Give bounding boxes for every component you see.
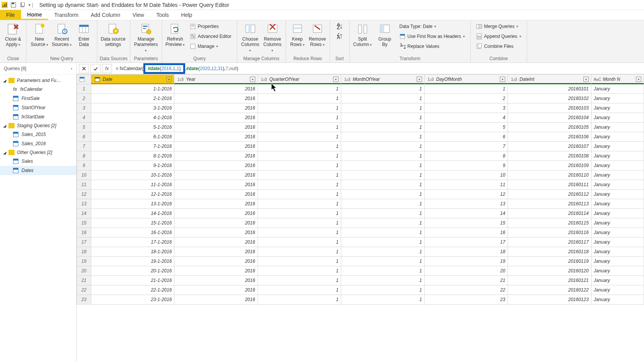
table-row[interactable]: 33-1-2016201611320160103January [77, 103, 644, 113]
cell[interactable]: 1 [341, 257, 425, 266]
table-row[interactable]: 11-1-2016201611120160101January [77, 84, 644, 94]
cell[interactable]: 4 [424, 113, 508, 123]
row-header[interactable]: 19 [77, 257, 91, 266]
query-group-staging[interactable]: ◢Staging Queries [2] [0, 121, 76, 130]
cell[interactable]: 2016 [174, 103, 258, 113]
cell[interactable]: 20160101 [508, 84, 591, 94]
cell[interactable]: 1 [258, 266, 341, 276]
table-row[interactable]: 1515-1-20162016111520160115January [77, 218, 644, 228]
row-header[interactable]: 9 [77, 161, 91, 170]
cell[interactable]: 1 [341, 209, 425, 218]
table-row[interactable]: 1414-1-20162016111420160114January [77, 209, 644, 218]
cell[interactable]: 5-1-2016 [91, 123, 174, 132]
table-row[interactable]: 1313-1-20162016111320160113January [77, 199, 644, 209]
row-header[interactable]: 2 [77, 94, 91, 103]
table-row[interactable]: 1212-1-20162016111220160112January [77, 190, 644, 199]
table-row[interactable]: 2222-1-20162016112220160122January [77, 285, 644, 295]
cell[interactable]: 1 [341, 218, 425, 228]
cell[interactable]: 23 [424, 295, 508, 305]
cell[interactable]: 12-1-2016 [91, 190, 174, 199]
cell[interactable]: 3 [424, 103, 508, 113]
cell[interactable]: January [591, 295, 644, 305]
filter-icon[interactable]: ▾ [417, 77, 422, 82]
filter-icon[interactable]: ▾ [583, 77, 589, 82]
cell[interactable]: 2016 [174, 199, 258, 209]
row-header[interactable]: 6 [77, 132, 91, 142]
cell[interactable]: 14 [424, 209, 508, 218]
formula-commit-button[interactable] [90, 64, 100, 73]
tab-tools[interactable]: Tools [150, 10, 175, 20]
properties-button[interactable]: Properties [188, 22, 233, 31]
column-header-dateint[interactable]: 123DateInt▾ [508, 75, 591, 84]
cell[interactable]: 1 [258, 180, 341, 190]
cell[interactable]: 1 [341, 295, 425, 305]
cell[interactable]: January [591, 161, 644, 170]
manage-parameters-button[interactable]: Manage Parameters ▾ [133, 22, 159, 54]
cell[interactable]: 1 [341, 170, 425, 180]
cell[interactable]: 20160106 [508, 132, 591, 142]
query-group-other[interactable]: ◢Other Queries [2] [0, 148, 76, 157]
cell[interactable]: 2016 [174, 132, 258, 142]
close-apply-button[interactable]: Close & Apply ▾ [2, 22, 24, 48]
choose-columns-button[interactable]: Choose Columns ▾ [240, 22, 261, 54]
cell[interactable]: 2016 [174, 285, 258, 295]
cell[interactable]: 1 [258, 123, 341, 132]
table-row[interactable]: 1111-1-20162016111120160111January [77, 180, 644, 190]
data-grid[interactable]: Date▾123Year▾123QuarterOfYear▾123MonthOf… [77, 74, 644, 362]
cell[interactable]: 2016 [174, 247, 258, 257]
cell[interactable]: January [591, 170, 644, 180]
row-header[interactable]: 14 [77, 209, 91, 218]
cell[interactable]: 20160107 [508, 142, 591, 151]
cell[interactable]: January [591, 123, 644, 132]
cell[interactable]: 15 [424, 218, 508, 228]
cell[interactable]: 14-1-2016 [91, 209, 174, 218]
filter-icon[interactable]: ▾ [500, 77, 505, 82]
cell[interactable]: 1 [258, 132, 341, 142]
table-row[interactable]: 22-1-2016201611220160102January [77, 94, 644, 103]
cell[interactable]: January [591, 132, 644, 142]
save-icon[interactable] [10, 2, 17, 8]
cell[interactable]: 2016 [174, 84, 258, 94]
cell[interactable]: 20160119 [508, 257, 591, 266]
column-header-dayofmonth[interactable]: 123DayOfMonth▾ [424, 75, 508, 84]
queries-collapse-icon[interactable]: ‹ [71, 66, 72, 71]
cell[interactable]: January [591, 257, 644, 266]
data-type-button[interactable]: Data Type: Date ▾ [398, 22, 467, 31]
cell[interactable]: 17-1-2016 [91, 238, 174, 247]
cell[interactable]: 1 [258, 238, 341, 247]
table-row[interactable]: 55-1-2016201611520160105January [77, 123, 644, 132]
query-group-params[interactable]: ◢Parameters and Fu… [0, 76, 76, 85]
cell[interactable]: January [591, 142, 644, 151]
row-header[interactable]: 21 [77, 276, 91, 285]
cell[interactable]: 20 [424, 266, 508, 276]
cell[interactable]: 6-1-2016 [91, 132, 174, 142]
cell[interactable]: 2016 [174, 238, 258, 247]
cell[interactable]: 1 [258, 218, 341, 228]
recent-sources-button[interactable]: Recent Sources ▾ [51, 22, 72, 48]
cell[interactable]: 11 [424, 180, 508, 190]
cell[interactable]: 20160113 [508, 199, 591, 209]
cell[interactable]: 1 [424, 84, 508, 94]
cell[interactable]: 1 [258, 161, 341, 170]
row-header[interactable]: 11 [77, 180, 91, 190]
cell[interactable]: 1 [258, 103, 341, 113]
merge-queries-button[interactable]: Merge Queries ▾ [475, 22, 523, 31]
cell[interactable]: 20160105 [508, 123, 591, 132]
cell[interactable]: January [591, 113, 644, 123]
cell[interactable]: 20160117 [508, 238, 591, 247]
cell[interactable]: 1 [258, 84, 341, 94]
remove-columns-button[interactable]: Remove Columns ▾ [262, 22, 283, 54]
cell[interactable]: 17 [424, 238, 508, 247]
cell[interactable]: 2016 [174, 94, 258, 103]
table-row[interactable]: 77-1-2016201611720160107January [77, 142, 644, 151]
cell[interactable]: 1 [258, 142, 341, 151]
cell[interactable]: 2016 [174, 218, 258, 228]
first-row-headers-button[interactable]: Use First Row as Headers ▾ [398, 32, 467, 41]
cell[interactable]: 18-1-2016 [91, 247, 174, 257]
cell[interactable]: 2 [424, 94, 508, 103]
cell[interactable]: 10-1-2016 [91, 170, 174, 180]
cell[interactable]: 1 [341, 276, 425, 285]
cell[interactable]: 9 [424, 161, 508, 170]
cell[interactable]: January [591, 285, 644, 295]
cell[interactable]: 5 [424, 123, 508, 132]
